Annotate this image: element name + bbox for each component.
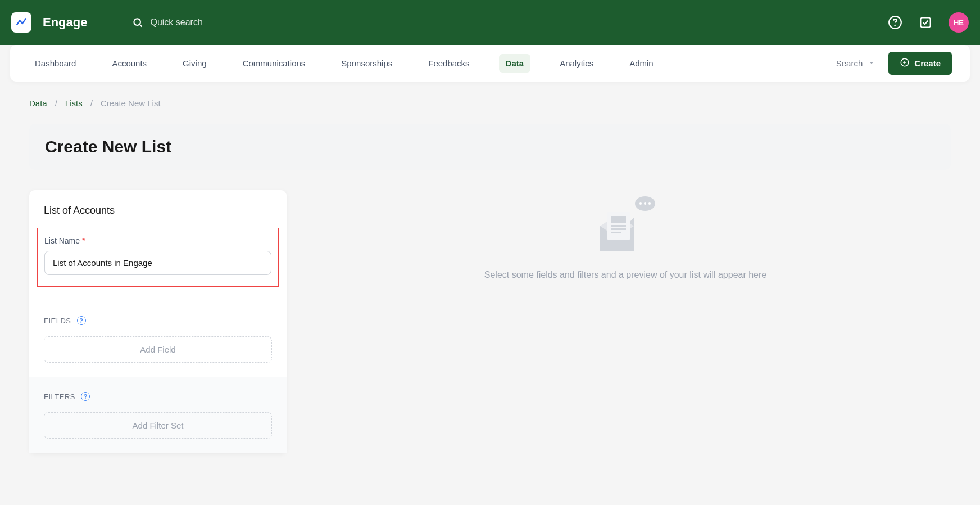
chevron-down-icon bbox=[868, 58, 875, 68]
create-button[interactable]: Create bbox=[888, 52, 952, 75]
breadcrumb-data[interactable]: Data bbox=[29, 98, 47, 108]
preview-panel: Select some fields and filters and a pre… bbox=[300, 190, 951, 453]
plus-circle-icon bbox=[900, 57, 910, 69]
svg-point-11 bbox=[648, 202, 651, 205]
svg-rect-4 bbox=[920, 17, 930, 27]
nav-data[interactable]: Data bbox=[499, 54, 531, 73]
fields-help-icon[interactable]: ? bbox=[77, 316, 86, 325]
breadcrumb-separator: / bbox=[55, 98, 57, 108]
tasks-icon[interactable] bbox=[918, 15, 933, 30]
create-button-label: Create bbox=[914, 58, 941, 68]
nav-feedbacks[interactable]: Feedbacks bbox=[421, 54, 476, 73]
filters-help-icon[interactable]: ? bbox=[81, 392, 90, 401]
quick-search-input[interactable] bbox=[150, 17, 262, 28]
svg-rect-16 bbox=[611, 232, 621, 233]
svg-point-9 bbox=[639, 202, 642, 205]
add-field-button[interactable]: Add Field bbox=[44, 336, 272, 363]
nav-dashboard[interactable]: Dashboard bbox=[28, 54, 83, 73]
breadcrumb-separator: / bbox=[90, 98, 93, 108]
brand-name: Engage bbox=[43, 15, 87, 30]
nav-right: Search Create bbox=[836, 52, 952, 75]
list-info-section: List of Accounts List Name * bbox=[29, 190, 287, 301]
add-filter-set-button[interactable]: Add Filter Set bbox=[44, 412, 272, 439]
nav-communications[interactable]: Communications bbox=[236, 54, 312, 73]
list-name-label: List Name * bbox=[44, 236, 271, 245]
empty-state-message: Select some fields and filters and a pre… bbox=[484, 270, 766, 280]
empty-state-illustration bbox=[592, 192, 659, 256]
nav-accounts[interactable]: Accounts bbox=[105, 54, 153, 73]
filters-label: FILTERS bbox=[44, 393, 75, 401]
help-icon[interactable] bbox=[888, 15, 902, 30]
search-dropdown[interactable]: Search bbox=[836, 58, 875, 68]
list-name-field-highlight: List Name * bbox=[37, 228, 279, 287]
main-layout: List of Accounts List Name * FIELDS ? Ad… bbox=[29, 190, 951, 453]
breadcrumb-lists[interactable]: Lists bbox=[65, 98, 83, 108]
filters-section: FILTERS ? Add Filter Set bbox=[29, 377, 287, 453]
search-dropdown-label: Search bbox=[836, 58, 863, 68]
required-asterisk: * bbox=[82, 236, 85, 245]
breadcrumb-current: Create New List bbox=[101, 98, 161, 108]
fields-label: FIELDS bbox=[44, 317, 71, 325]
svg-point-10 bbox=[644, 202, 646, 205]
page-title: Create New List bbox=[45, 137, 935, 156]
form-section-title: List of Accounts bbox=[44, 205, 272, 217]
page-title-container: Create New List bbox=[29, 124, 951, 170]
quick-search-container bbox=[132, 17, 262, 28]
list-name-input[interactable] bbox=[44, 251, 271, 275]
nav-analytics[interactable]: Analytics bbox=[553, 54, 600, 73]
nav-sponsorships[interactable]: Sponsorships bbox=[334, 54, 399, 73]
page-content: Data / Lists / Create New List Create Ne… bbox=[0, 82, 980, 470]
form-panel: List of Accounts List Name * FIELDS ? Ad… bbox=[29, 190, 287, 453]
nav-items: Dashboard Accounts Giving Communications… bbox=[28, 54, 660, 73]
svg-rect-14 bbox=[611, 225, 626, 227]
svg-point-0 bbox=[134, 19, 141, 25]
fields-section: FIELDS ? Add Field bbox=[29, 301, 287, 377]
sub-navigation: Dashboard Accounts Giving Communications… bbox=[10, 45, 970, 82]
svg-line-1 bbox=[140, 25, 142, 27]
search-icon bbox=[132, 17, 143, 28]
svg-rect-15 bbox=[611, 228, 626, 230]
breadcrumb: Data / Lists / Create New List bbox=[29, 98, 951, 108]
nav-giving[interactable]: Giving bbox=[176, 54, 214, 73]
header-right: HE bbox=[888, 12, 969, 33]
svg-point-3 bbox=[895, 25, 895, 26]
user-avatar[interactable]: HE bbox=[949, 12, 969, 33]
app-logo[interactable] bbox=[11, 12, 31, 33]
nav-admin[interactable]: Admin bbox=[623, 54, 660, 73]
svg-rect-13 bbox=[611, 216, 626, 223]
top-header: Engage HE bbox=[0, 0, 980, 45]
